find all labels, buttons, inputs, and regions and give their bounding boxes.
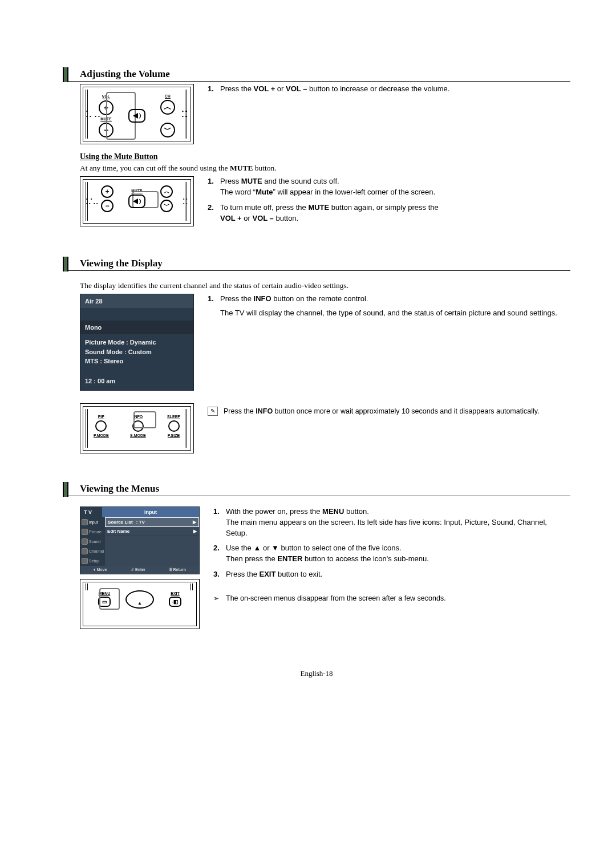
menu-tip: The on-screen menus disappear from the s… xyxy=(213,594,570,604)
label-menu: MENU xyxy=(99,591,111,595)
mute-button-icon: ⦘ xyxy=(128,109,145,123)
menu-step-1: 1. With the power on, press the MENU but… xyxy=(213,506,570,539)
label-vol: VOL xyxy=(102,95,110,99)
tvmenu-side-sound: Sound xyxy=(80,537,105,546)
osd-audio: Mono xyxy=(80,321,193,334)
heading-viewing-display: Viewing the Display xyxy=(63,258,570,271)
mute-step-2: 2. To turn mute off, press the MUTE butt… xyxy=(208,202,570,224)
exit-button-icon: -◧ xyxy=(169,597,181,607)
tvmenu-side-channel: Channel xyxy=(80,546,105,556)
ch-up-icon: ︿ xyxy=(160,185,173,198)
illustration-remote-info: PIPP.MODE INFOS.MODE SLEEPP.SIZE xyxy=(80,403,194,453)
label-mute: MUTE xyxy=(131,189,143,193)
label-mute: MUTE xyxy=(100,117,112,121)
vol-plus-icon: + xyxy=(101,185,114,198)
menu-step-2: 2. Use the ▲ or ▼ button to select one o… xyxy=(213,543,570,565)
input-icon xyxy=(82,519,88,525)
vol-step-1: 1. Press the VOL + or VOL – button to in… xyxy=(208,84,570,95)
illustration-remote-volume: ∘∘∘ ∘∘ ∘∘∘∘ VOL + MUTE − ⦘ CH ︿ xyxy=(80,84,194,144)
tvmenu-title: T V xyxy=(80,507,102,517)
mute-button-icon: ⦘ xyxy=(128,194,145,208)
mute-intro-line: At any time, you can cut off the sound u… xyxy=(80,164,570,173)
sleep-button-icon xyxy=(168,420,180,432)
tvmenu-header-title: Input xyxy=(102,507,199,517)
channel-icon xyxy=(82,548,88,554)
tvmenu-side-input: Input xyxy=(80,517,105,527)
remote-vol-column: VOL + MUTE − xyxy=(99,95,114,137)
osd-sound-mode: Sound Mode : Custom xyxy=(85,347,189,357)
tvmenu-row-edit-name: Edit Name ▶ xyxy=(105,527,199,536)
vol-minus-icon: − xyxy=(101,200,114,212)
illustration-remote-mute: ∘ ∘∘∘ ∘∘ ∘∘∘∘ + − MUTE ⦘ ︿ xyxy=(80,176,194,226)
ch-up-icon: ︿ xyxy=(160,100,175,115)
mute-step-1: 1. Press MUTE and the sound cuts off. Th… xyxy=(208,176,570,198)
remote-ch-column: CH ︿ ﹀ xyxy=(160,94,175,137)
vol-minus-icon: − xyxy=(99,123,114,137)
label-info: INFO xyxy=(133,415,143,419)
osd-info-panel: Air 28 Mono Picture Mode : Dynamic Sound… xyxy=(80,294,194,391)
info-button-icon xyxy=(132,420,144,432)
label-smode: S.MODE xyxy=(130,433,146,437)
page-number: English-18 xyxy=(63,669,570,678)
subheading-mute: Using the Mute Button xyxy=(80,152,570,161)
tvmenu-footer: ♦ Move ↲ Enter Ⅲ Return xyxy=(80,566,199,574)
heading-viewing-menus: Viewing the Menus xyxy=(63,483,570,496)
ch-down-icon: ﹀ xyxy=(160,123,175,137)
pip-button-icon xyxy=(95,420,107,432)
osd-time: 12 : 00 am xyxy=(80,371,193,390)
note-icon: ✎ xyxy=(208,407,218,416)
label-exit: EXIT xyxy=(171,591,180,595)
sound-icon xyxy=(82,538,88,545)
illustration-remote-menu: MENU ▭ EXIT -◧ xyxy=(80,579,200,629)
info-note: ✎ Press the INFO button once more or wai… xyxy=(208,407,570,417)
navigation-ring-icon xyxy=(125,590,154,609)
menu-button-icon: ▭ xyxy=(98,597,111,607)
display-step-1: 1. Press the INFO button on the remote c… xyxy=(208,294,570,319)
vol-plus-icon: + xyxy=(99,100,114,115)
label-pip: PIP xyxy=(98,415,104,419)
label-pmode: P.MODE xyxy=(94,433,109,437)
tvmenu-side-setup: Setup xyxy=(80,556,105,566)
arrow-right-icon: ▶ xyxy=(193,529,197,534)
menu-step-3: 3. Press the EXIT button to exit. xyxy=(213,569,570,580)
heading-adjusting-volume: Adjusting the Volume xyxy=(63,68,570,82)
ch-down-icon: ﹀ xyxy=(160,200,173,212)
setup-icon xyxy=(82,558,88,564)
tvmenu-side-picture: Picture xyxy=(80,527,105,537)
label-psize: P.SIZE xyxy=(168,433,180,437)
osd-picture-mode: Picture Mode : Dynamic xyxy=(85,338,189,347)
display-intro: The display identifies the current chann… xyxy=(80,281,570,290)
arrow-right-icon: ▶ xyxy=(193,520,196,525)
picture-icon xyxy=(82,529,88,535)
label-sleep: SLEEP xyxy=(167,415,180,419)
osd-tv-menu: T V Input Input Picture Sound Channel Se… xyxy=(80,506,200,574)
osd-mts: MTS : Stereo xyxy=(85,356,189,366)
tvmenu-row-source-list: Source List : TV ▶ xyxy=(105,517,199,527)
label-ch: CH xyxy=(165,94,171,98)
osd-channel: Air 28 xyxy=(80,294,193,308)
